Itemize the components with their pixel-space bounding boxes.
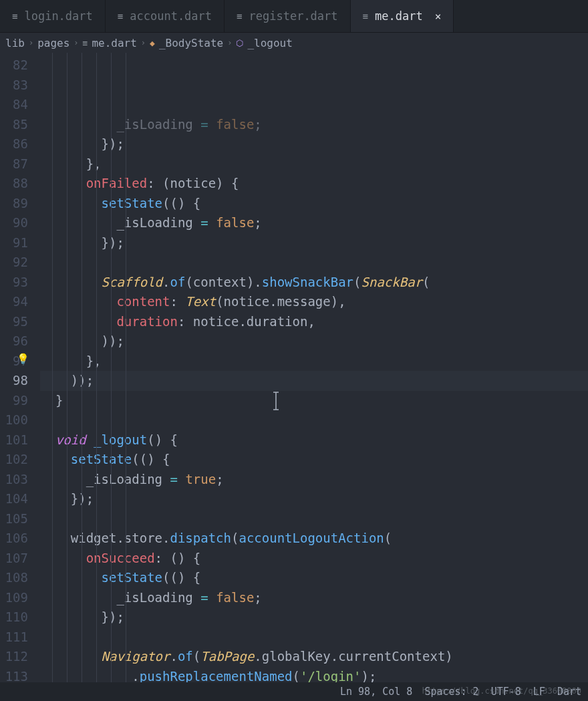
tab-register[interactable]: ≡ register.dart — [225, 0, 351, 32]
file-icon: ≡ — [83, 38, 88, 48]
line-number: 101 — [0, 430, 28, 450]
file-icon: ≡ — [237, 11, 242, 21]
code-line[interactable]: }); — [40, 489, 588, 509]
code-line[interactable]: }); — [40, 607, 588, 627]
code-line[interactable]: setState(() { — [40, 194, 588, 214]
line-number: 84 — [0, 95, 28, 115]
code-line[interactable]: }, — [40, 352, 588, 372]
code-line[interactable]: setState(() { — [40, 568, 588, 588]
line-number: 106 — [0, 529, 28, 549]
line-number: 99 — [0, 391, 28, 411]
line-number: 92 — [0, 253, 28, 273]
code-line[interactable] — [40, 253, 588, 273]
file-icon: ≡ — [363, 11, 368, 21]
code-line[interactable]: _isLoading = false; — [40, 213, 588, 233]
chevron-right-icon: › — [29, 38, 33, 47]
code-line[interactable]: onFailed: (notice) { — [40, 174, 588, 194]
line-number: 103 — [0, 470, 28, 490]
code-line[interactable]: }, — [40, 154, 588, 174]
chevron-right-icon: › — [227, 38, 232, 47]
breadcrumb-item[interactable]: _logout — [247, 37, 292, 49]
code-line[interactable]: void _logout() { — [40, 430, 588, 450]
file-icon: ≡ — [12, 11, 17, 21]
tab-label: register.dart — [249, 9, 338, 23]
code-line[interactable]: duration: notice.duration, — [40, 312, 588, 332]
code-line[interactable] — [40, 509, 588, 529]
line-number: 83 — [0, 76, 28, 96]
line-number: 98 — [0, 371, 28, 391]
line-number: 102 — [0, 450, 28, 470]
line-number: 107 — [0, 549, 28, 569]
line-number: 105 — [0, 509, 28, 529]
chevron-right-icon: › — [141, 38, 146, 47]
line-number: 90 — [0, 213, 28, 233]
line-number: 86 — [0, 134, 28, 154]
breadcrumb-item[interactable]: me.dart — [92, 37, 136, 49]
breadcrumb-item[interactable]: _BodyState — [159, 37, 223, 49]
code-editor[interactable]: 8283848586878889909192939495969798991001… — [0, 53, 588, 682]
line-number: 109 — [0, 588, 28, 608]
watermark-text: https://blog.csdn.net/qq_33608000 — [422, 686, 581, 696]
close-icon[interactable]: × — [435, 10, 442, 23]
tab-login[interactable]: ≡ login.dart — [0, 0, 106, 32]
line-number: 88 — [0, 174, 28, 194]
line-number: 94 — [0, 292, 28, 312]
code-content[interactable]: _isLoading = false; }); }, onFailed: (no… — [40, 53, 588, 682]
tab-me[interactable]: ≡ me.dart × — [351, 0, 454, 32]
tab-label: login.dart — [24, 9, 92, 23]
code-line[interactable]: onSucceed: () { — [40, 549, 588, 569]
editor-tabs: ≡ login.dart ≡ account.dart ≡ register.d… — [0, 0, 588, 33]
line-number: 91 — [0, 233, 28, 253]
code-line[interactable]: )); — [40, 331, 588, 352]
line-number: 87 — [0, 154, 28, 174]
code-line[interactable]: _isLoading = true; — [40, 470, 588, 490]
lightbulb-icon[interactable]: 💡 — [17, 353, 29, 365]
method-icon: ⬡ — [236, 38, 243, 48]
line-number: 111 — [0, 627, 28, 648]
code-line[interactable]: }); — [40, 233, 588, 253]
code-line[interactable]: _isLoading = false; — [40, 588, 588, 608]
code-line[interactable]: widget.store.dispatch(accountLogoutActio… — [40, 529, 588, 549]
cursor-position[interactable]: Ln 98, Col 8 — [340, 686, 412, 698]
line-number: 89 — [0, 194, 28, 214]
breadcrumb: lib › pages › ≡ me.dart › ◆ _BodyState ›… — [0, 33, 588, 53]
tab-account[interactable]: ≡ account.dart — [106, 0, 225, 32]
line-number: 112 — [0, 647, 28, 667]
code-line[interactable]: }); — [40, 134, 588, 154]
chevron-right-icon: › — [74, 38, 78, 47]
tab-label: account.dart — [130, 9, 212, 23]
code-line[interactable]: )); — [40, 371, 588, 391]
line-gutter: 8283848586878889909192939495969798991001… — [0, 53, 40, 682]
code-line[interactable]: Navigator.of(TabPage.globalKey.currentCo… — [40, 647, 588, 667]
line-number: 96 — [0, 331, 28, 352]
line-number: 100 — [0, 410, 28, 430]
code-line[interactable] — [40, 627, 588, 648]
code-line[interactable]: _isLoading = false; — [40, 115, 588, 135]
code-line[interactable] — [40, 410, 588, 430]
line-number: 93 — [0, 273, 28, 293]
tab-label: me.dart — [375, 9, 423, 23]
line-number: 110 — [0, 607, 28, 627]
line-number: 85 — [0, 115, 28, 135]
file-icon: ≡ — [118, 11, 123, 21]
code-line[interactable]: setState(() { — [40, 450, 588, 470]
line-number: 108 — [0, 568, 28, 588]
breadcrumb-item[interactable]: pages — [37, 37, 69, 49]
code-line[interactable]: } — [40, 391, 588, 411]
class-icon: ◆ — [150, 38, 155, 48]
line-number: 95 — [0, 312, 28, 332]
breadcrumb-item[interactable]: lib — [5, 37, 25, 49]
code-line[interactable]: content: Text(notice.message), — [40, 292, 588, 312]
line-number: 104 — [0, 489, 28, 509]
code-line[interactable]: Scaffold.of(context).showSnackBar(SnackB… — [40, 273, 588, 293]
line-number: 82 — [0, 55, 28, 76]
